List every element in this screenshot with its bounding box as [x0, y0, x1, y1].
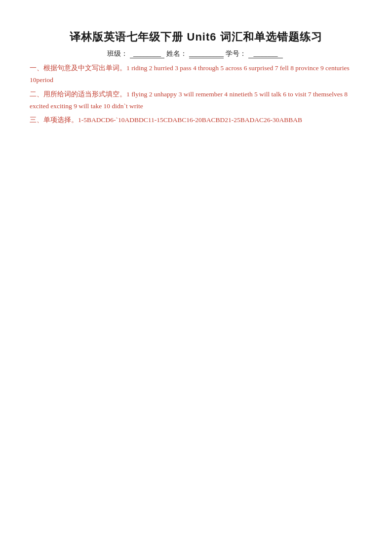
page-title: 译林版英语七年级下册 Unit6 词汇和单选错题练习	[30, 30, 362, 44]
section-three-content: 1-5BADCD6-`10ADBDC11-15CDABC16-20BACBD21…	[78, 116, 302, 124]
class-label: 班级：	[107, 50, 128, 57]
class-line: 班级：________姓名：__________学号：_______	[30, 49, 362, 58]
name-field: __________	[189, 50, 224, 58]
section-two-prefix: 二、用所给词的适当形式填空。	[30, 90, 126, 98]
section-one-prefix: 一、根据句意及中文写出单词。	[30, 64, 126, 72]
section-three-prefix: 三、单项选择。	[30, 116, 78, 124]
name-label: 姓名：	[166, 50, 187, 57]
id-label: 学号：	[226, 50, 246, 57]
id-field: _______	[248, 50, 283, 58]
section-two: 二、用所给词的适当形式填空。1 flying 2 unhappy 3 will …	[30, 88, 362, 113]
page: 译林版英语七年级下册 Unit6 词汇和单选错题练习 班级：________姓名…	[0, 0, 392, 555]
class-field: ________	[130, 50, 164, 58]
section-three: 三、单项选择。1-5BADCD6-`10ADBDC11-15CDABC16-20…	[30, 114, 362, 126]
section-one: 一、根据句意及中文写出单词。1 riding 2 hurried 3 pass …	[30, 62, 362, 86]
